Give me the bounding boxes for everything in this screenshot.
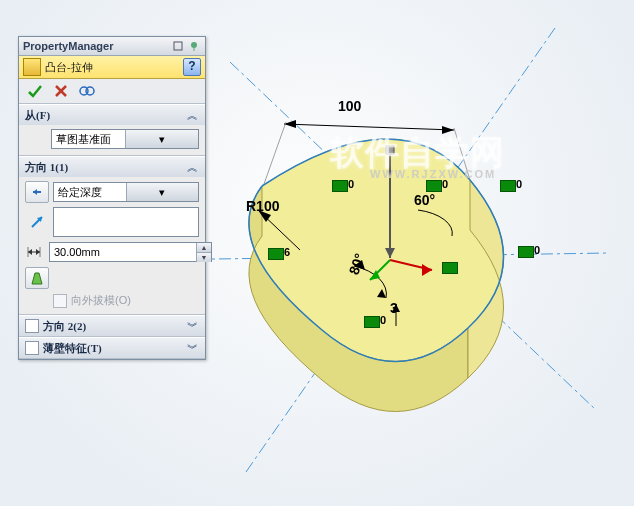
direction2-group-header[interactable]: 方向 2(2) ︾ <box>19 316 205 336</box>
feature-name: 凸台-拉伸 <box>45 60 183 75</box>
dim-chord-100[interactable]: 100 <box>338 98 361 114</box>
feature-title-bar: 凸台-拉伸 ? <box>19 56 205 79</box>
depth-field[interactable] <box>50 246 196 258</box>
end-condition-combo[interactable]: 给定深度 ▾ <box>53 182 199 202</box>
chevron-down-icon: ▾ <box>125 130 199 148</box>
thin-feature-group-header[interactable]: 薄壁特征(T) ︾ <box>19 338 205 358</box>
relation-id: 0 <box>516 178 522 190</box>
relation-tag[interactable] <box>500 180 516 192</box>
svg-line-0 <box>150 253 610 260</box>
dim-radius-r100[interactable]: R100 <box>246 198 279 214</box>
depth-icon <box>25 241 45 263</box>
relation-tag[interactable] <box>442 262 458 274</box>
help-button[interactable]: ? <box>183 58 201 76</box>
thin-feature-checkbox[interactable] <box>25 341 39 355</box>
pm-header: PropertyManager <box>19 37 205 56</box>
svg-marker-18 <box>385 248 395 258</box>
direction2-group: 方向 2(2) ︾ <box>19 315 205 337</box>
chevron-up-icon: ︽ <box>185 108 199 122</box>
dim-angle-80[interactable]: 80° <box>345 251 367 276</box>
svg-line-2 <box>230 62 596 410</box>
chevron-up-icon: ︽ <box>185 160 199 174</box>
svg-line-8 <box>258 210 300 250</box>
spin-up-icon[interactable]: ▲ <box>197 243 211 253</box>
pin-icon[interactable] <box>171 39 185 53</box>
cancel-button[interactable] <box>51 82 71 100</box>
dim-angle-60[interactable]: 60° <box>414 192 435 208</box>
chevron-down-icon: ▾ <box>126 183 199 201</box>
direction-vector-selectbox[interactable] <box>53 207 199 237</box>
direction2-checkbox[interactable] <box>25 319 39 333</box>
dim-depth-3[interactable]: 3 <box>390 300 398 316</box>
from-group-title: 从(F) <box>25 108 185 123</box>
direction1-group: 方向 1(1) ︽ 给定深度 ▾ <box>19 156 205 315</box>
svg-marker-37 <box>36 249 40 255</box>
from-group-header[interactable]: 从(F) ︽ <box>19 105 205 125</box>
svg-marker-15 <box>370 270 380 280</box>
svg-marker-11 <box>377 289 386 298</box>
relation-id: 0 <box>534 244 540 256</box>
svg-marker-4 <box>284 120 296 128</box>
reverse-direction-button[interactable] <box>25 181 49 203</box>
from-plane-value: 草图基准面 <box>52 132 125 147</box>
confirm-row <box>19 79 205 104</box>
svg-marker-38 <box>32 273 42 284</box>
from-group: 从(F) ︽ 草图基准面 ▾ <box>19 104 205 156</box>
relation-id: 0 <box>348 178 354 190</box>
chevron-down-icon: ︾ <box>185 341 199 355</box>
property-manager-panel: PropertyManager 凸台-拉伸 ? 从(F) ︽ <box>18 36 206 360</box>
watermark-sub: WWW.RJZXW.COM <box>370 168 496 180</box>
spin-down-icon[interactable]: ▼ <box>197 253 211 262</box>
thin-feature-group: 薄壁特征(T) ︾ <box>19 337 205 359</box>
direction1-group-header[interactable]: 方向 1(1) ︽ <box>19 157 205 177</box>
svg-marker-36 <box>28 249 32 255</box>
svg-line-14 <box>370 260 390 280</box>
thin-feature-group-title: 薄壁特征(T) <box>43 341 185 356</box>
relation-tag[interactable] <box>518 246 534 258</box>
direction2-group-title: 方向 2(2) <box>43 319 185 334</box>
direction1-group-title: 方向 1(1) <box>25 160 185 175</box>
draft-outward-row: 向外拔模(O) <box>25 293 199 308</box>
pushpin-icon[interactable] <box>187 39 201 53</box>
relation-tag[interactable] <box>268 248 284 260</box>
svg-marker-29 <box>33 189 37 195</box>
relation-tag[interactable] <box>332 180 348 192</box>
detailed-preview-button[interactable] <box>77 82 97 100</box>
pm-title: PropertyManager <box>23 40 169 52</box>
chevron-down-icon: ︾ <box>185 319 199 333</box>
relation-tag[interactable] <box>364 316 380 328</box>
draft-outward-checkbox <box>53 294 67 308</box>
svg-line-12 <box>390 260 432 270</box>
relation-id: 6 <box>284 246 290 258</box>
svg-point-22 <box>191 42 197 48</box>
draft-outward-label: 向外拔模(O) <box>71 293 131 308</box>
end-condition-value: 给定深度 <box>54 185 126 200</box>
direction-vector-icon[interactable] <box>25 211 49 233</box>
svg-rect-21 <box>174 42 182 50</box>
ok-button[interactable] <box>25 82 45 100</box>
viewport[interactable]: 100 R100 80° 60° 3 0 0 0 6 0 0 软件自学网 WWW… <box>0 0 634 506</box>
relation-id: 0 <box>380 314 386 326</box>
from-plane-combo[interactable]: 草图基准面 ▾ <box>51 129 199 149</box>
svg-point-27 <box>86 87 94 95</box>
svg-line-1 <box>246 28 555 472</box>
svg-marker-13 <box>422 264 432 276</box>
extrude-boss-icon <box>23 58 41 76</box>
depth-input[interactable]: ▲▼ <box>49 242 212 262</box>
svg-line-6 <box>264 122 286 184</box>
relation-tag[interactable] <box>426 180 442 192</box>
depth-spinner[interactable]: ▲▼ <box>196 243 211 262</box>
draft-button[interactable] <box>25 267 49 289</box>
